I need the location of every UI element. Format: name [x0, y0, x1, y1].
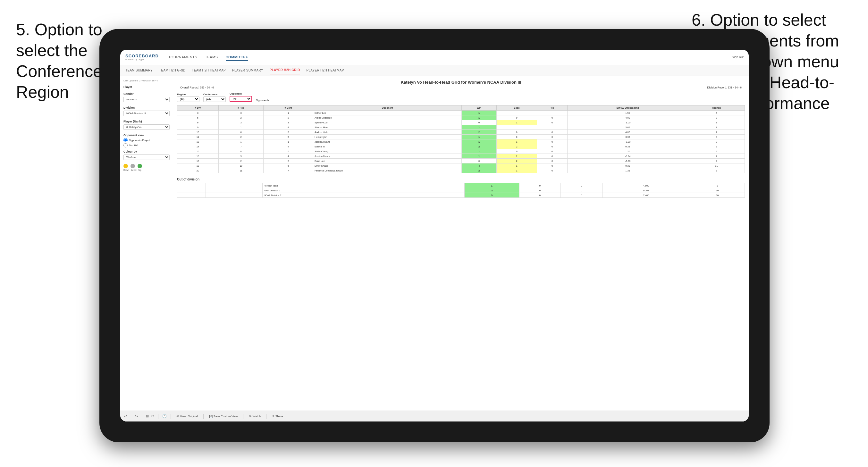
nav-teams[interactable]: TEAMS: [205, 54, 218, 61]
left-panel: Last Updated: 27/03/2024 16:44 Player Ge…: [120, 76, 173, 411]
opponent-played-radio-input[interactable]: [123, 138, 128, 142]
redo-icon[interactable]: ↪: [135, 414, 138, 418]
th-diff: Diff Av Strokes/Rnd: [567, 105, 688, 111]
top-100-label: Top 100: [129, 144, 138, 147]
out-of-division-title: Out of division: [177, 178, 745, 181]
opponent-filter-select[interactable]: (All): [229, 96, 252, 102]
conference-filter-label: Conference: [203, 93, 226, 96]
th-win: Win: [462, 105, 496, 111]
down-label: Down: [123, 169, 129, 171]
table-row: 914Sharon Mun13.673: [177, 125, 745, 130]
th-rounds: Rounds: [688, 105, 745, 111]
region-filter-label: Region: [177, 93, 199, 96]
panel-player-rank: Player (Rank) 8. Katelyn Vo: [123, 120, 169, 130]
table-row: 1634Jessica Mason120-0.947: [177, 154, 745, 159]
table-row: 19106Emily Chang4100.3011: [177, 163, 745, 168]
table-row: 1311Jessica Huang110-3.002: [177, 139, 745, 144]
filter-group-opponent: Opponent (All): [229, 92, 252, 102]
share-btn[interactable]: ⬆ Share: [270, 414, 285, 418]
division-select[interactable]: NCAA Division III: [123, 111, 169, 116]
top-100-radio[interactable]: Top 100: [123, 143, 169, 148]
nav-items: TOURNAMENTS TEAMS COMMITTEE: [168, 54, 722, 61]
page-title: Katelyn Vo Head-to-Head Grid for Women's…: [177, 80, 745, 85]
watch-label: Watch: [253, 415, 261, 418]
sub-nav-team-h2h-grid[interactable]: TEAM H2H GRID: [159, 67, 185, 74]
th-tie: Tie: [537, 105, 567, 111]
view-original-btn[interactable]: 👁 View: Original: [175, 414, 199, 418]
down-circle: [123, 164, 128, 168]
undo-icon[interactable]: ↩: [124, 414, 127, 418]
sub-nav-player-summary[interactable]: PLAYER SUMMARY: [232, 67, 263, 74]
colour-by-label: Colour by: [123, 150, 169, 153]
th-opponent: Opponent: [313, 105, 461, 111]
division-record: Division Record: 331 - 34 - 6: [707, 86, 742, 89]
opponent-played-radio[interactable]: Opponents Played: [123, 138, 169, 142]
circle-labels: Down Level Up: [123, 169, 169, 171]
up-circle: [137, 164, 142, 168]
panel-opponent-view: Opponent view Opponents Played Top 100: [123, 134, 169, 148]
sub-nav-team-h2h-heatmap[interactable]: TEAM H2H HEATMAP: [192, 67, 226, 74]
toolbar-sep-5: [203, 414, 204, 419]
table-row: 1585Stella Cheng1001.254: [177, 149, 745, 154]
save-custom-btn[interactable]: 💾 Save Custom View: [208, 414, 239, 418]
filter-icon[interactable]: ⊞: [146, 414, 149, 418]
sub-nav-player-h2h-grid[interactable]: PLAYER H2H GRID: [270, 66, 300, 74]
save-icon: 💾: [209, 415, 213, 418]
player-rank-label: Player (Rank): [123, 120, 169, 123]
clock-icon: 🕐: [162, 414, 167, 418]
nav-committee[interactable]: COMMITTEE: [226, 54, 248, 61]
refresh-icon[interactable]: ⟳: [151, 414, 154, 418]
out-of-division-row: Foreign Team1004.5002: [177, 183, 745, 188]
gender-select[interactable]: Women's: [123, 97, 169, 102]
table-row: 522Alexis Sudjianto1004.003: [177, 115, 745, 120]
opponent-view-label: Opponent view: [123, 134, 169, 137]
filter-group-region: Region (All): [177, 93, 199, 102]
level-circle: [130, 164, 135, 168]
eye-icon: 👁: [176, 415, 179, 418]
records-row: Overall Record: 353 - 34 - 6 Division Re…: [177, 86, 745, 89]
share-label: Share: [275, 415, 283, 418]
nav-tournaments[interactable]: TOURNAMENTS: [168, 54, 197, 61]
opponents-label-container: Opponents:: [256, 99, 270, 102]
sub-nav: TEAM SUMMARY TEAM H2H GRID TEAM H2H HEAT…: [120, 65, 749, 76]
sub-nav-player-h2h-heatmap[interactable]: PLAYER H2H HEATMAP: [306, 67, 344, 74]
division-label: Division: [123, 106, 169, 109]
top-100-radio-input[interactable]: [123, 143, 128, 148]
top-nav: SCOREBOARD Powered by clippd TOURNAMENTS…: [120, 50, 749, 65]
watch-btn[interactable]: 👁 Watch: [247, 414, 262, 418]
colour-by-select[interactable]: Win/loss: [123, 155, 169, 160]
right-content: Katelyn Vo Head-to-Head Grid for Women's…: [173, 76, 749, 411]
bottom-toolbar: ↩ ↪ ⊞ ⟳ 🕐 👁 View: Original 💾 Save Custom…: [120, 411, 749, 422]
toolbar-sep-2: [142, 414, 142, 419]
colour-circles: [123, 164, 169, 168]
panel-division: Division NCAA Division III: [123, 106, 169, 116]
filter-group-conference: Conference (All): [203, 93, 226, 102]
tablet-screen: SCOREBOARD Powered by clippd TOURNAMENTS…: [120, 50, 749, 422]
player-label: Player: [123, 85, 169, 89]
conference-filter-select[interactable]: (All): [203, 96, 226, 102]
table-row: 1822Euna Lee020-5.002: [177, 159, 745, 163]
table-row: 1474Eunice Yi2200.389: [177, 144, 745, 149]
out-of-division-table: Foreign Team1004.5002NAIA Division 11500…: [177, 183, 745, 198]
table-row: 1063Andrea York2004.004: [177, 130, 745, 135]
panel-gender: Gender Women's: [123, 92, 169, 102]
sign-out-link[interactable]: Sign out: [732, 56, 744, 59]
logo: SCOREBOARD Powered by clippd: [125, 54, 159, 61]
table-header-row: # Div # Reg # Conf Opponent Win Loss Tie…: [177, 105, 745, 111]
region-filter-select[interactable]: (All): [177, 96, 199, 102]
opponents-label: Opponents:: [256, 99, 270, 102]
share-icon: ⬆: [272, 415, 275, 418]
data-table: # Div # Reg # Conf Opponent Win Loss Tie…: [177, 105, 745, 173]
overall-record: Overall Record: 353 - 34 - 6: [180, 86, 214, 89]
table-row: 1125Heejo Hyun1003.333: [177, 135, 745, 139]
watch-icon: 👁: [249, 415, 252, 418]
th-loss: Loss: [496, 105, 537, 111]
panel-player: Player: [123, 85, 169, 89]
tablet: SCOREBOARD Powered by clippd TOURNAMENTS…: [99, 29, 770, 442]
table-row: 633Sydney Kuo010-1.003: [177, 120, 745, 125]
last-updated: Last Updated: 27/03/2024 16:44: [123, 79, 169, 82]
player-rank-select[interactable]: 8. Katelyn Vo: [123, 124, 169, 130]
main-content: Last Updated: 27/03/2024 16:44 Player Ge…: [120, 76, 749, 411]
nav-right: Sign out: [732, 56, 744, 59]
sub-nav-team-summary[interactable]: TEAM SUMMARY: [125, 67, 153, 74]
